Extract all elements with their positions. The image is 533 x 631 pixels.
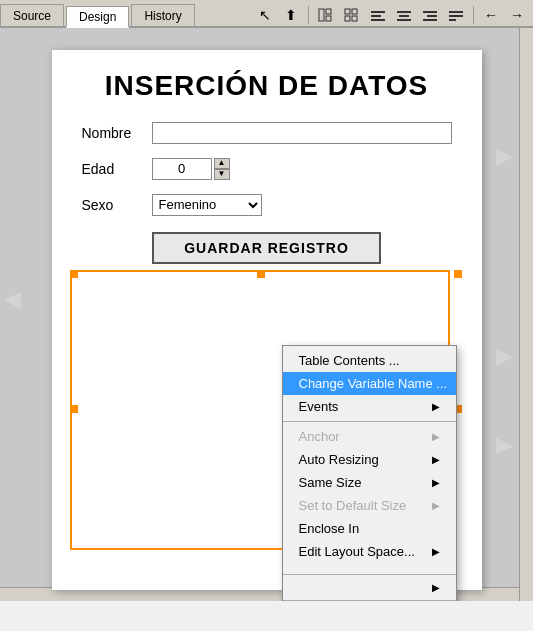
menu-item-default-size[interactable]: Enclose In [283, 517, 456, 540]
svg-rect-11 [399, 15, 409, 17]
sexo-row: Sexo Femenino Masculino [82, 194, 452, 216]
svg-rect-17 [449, 15, 463, 17]
align-arrow-icon: ▶ [432, 431, 440, 442]
toolbar-grid2-icon[interactable] [340, 4, 364, 26]
menu-sep-1 [283, 421, 456, 422]
tab-history[interactable]: History [131, 4, 194, 26]
menu-item-design-parent[interactable]: ▶ [283, 578, 456, 597]
form-title: INSERCIÓN DE DATOS [82, 70, 452, 102]
right-arrow-watermark-top: ▶ [496, 143, 513, 169]
toolbar-align-left-icon[interactable] [366, 4, 390, 26]
toolbar-sep-2 [473, 6, 474, 24]
menu-sep-2 [283, 574, 456, 575]
svg-rect-6 [352, 16, 357, 21]
save-button[interactable]: GUARDAR REGISTRO [152, 232, 381, 264]
spin-up[interactable]: ▲ [214, 158, 230, 169]
right-arrow-watermark-bottom: ▶ [496, 343, 513, 369]
design-parent-arrow-icon: ▶ [432, 582, 440, 593]
enclose-arrow-icon: ▶ [432, 546, 440, 557]
nombre-label: Nombre [82, 125, 152, 141]
handle-ml [70, 405, 78, 413]
menu-item-anchor[interactable]: Auto Resizing ▶ [283, 448, 456, 471]
edad-input[interactable] [152, 158, 212, 180]
toolbar-align-center-icon[interactable] [392, 4, 416, 26]
context-menu: Table Contents ... Change Variable Name … [282, 345, 457, 602]
document-canvas: INSERCIÓN DE DATOS Nombre Edad ▲ ▼ Sexo … [52, 50, 482, 590]
svg-rect-9 [371, 19, 385, 21]
sexo-select[interactable]: Femenino Masculino [152, 194, 262, 216]
svg-rect-7 [371, 11, 385, 13]
toolbar-sep-1 [308, 6, 309, 24]
nombre-row: Nombre [82, 122, 452, 144]
spin-down[interactable]: ▼ [214, 169, 230, 180]
menu-sep-3 [283, 600, 456, 601]
form-area: INSERCIÓN DE DATOS Nombre Edad ▲ ▼ Sexo … [52, 50, 482, 284]
tab-design[interactable]: Design [66, 6, 129, 28]
vertical-scrollbar[interactable] [519, 28, 533, 601]
anchor-arrow-icon: ▶ [432, 454, 440, 465]
events-arrow-icon: ▶ [432, 401, 440, 412]
edad-spinner[interactable]: ▲ ▼ [214, 158, 230, 180]
svg-rect-13 [423, 11, 437, 13]
toolbar-forward-icon[interactable]: → [505, 4, 529, 26]
menu-item-auto-resizing[interactable]: Same Size ▶ [283, 471, 456, 494]
toolbar-grid1-icon[interactable] [314, 4, 338, 26]
menu-item-edit-layout[interactable] [283, 563, 456, 571]
tab-source[interactable]: Source [0, 4, 64, 26]
svg-rect-1 [326, 9, 331, 14]
main-area: ◀ ▶ ▶ ▶ INSERCIÓN DE DATOS Nombre Edad [0, 28, 533, 601]
handle-tm [257, 270, 265, 278]
svg-rect-0 [319, 9, 324, 21]
toolbar-cursor-icon[interactable]: ⬆ [279, 4, 303, 26]
menu-item-change-variable[interactable]: Change Variable Name ... [283, 372, 456, 395]
samesize-arrow-icon: ▶ [432, 500, 440, 511]
right-arrow-watermark-low: ▶ [496, 432, 513, 458]
svg-rect-4 [352, 9, 357, 14]
svg-rect-5 [345, 16, 350, 21]
tab-bar: Source Design History ↖ ⬆ [0, 0, 533, 28]
handle-tl [70, 270, 78, 278]
svg-rect-10 [397, 11, 411, 13]
menu-item-table-contents[interactable]: Table Contents ... [283, 349, 456, 372]
svg-rect-15 [423, 19, 437, 21]
autoresize-arrow-icon: ▶ [432, 477, 440, 488]
svg-rect-12 [397, 19, 411, 21]
save-btn-row: GUARDAR REGISTRO [82, 232, 452, 264]
svg-rect-3 [345, 9, 350, 14]
nombre-input[interactable] [152, 122, 452, 144]
svg-rect-16 [449, 11, 463, 13]
toolbar-more-icon[interactable] [444, 4, 468, 26]
handle-tr [454, 270, 462, 278]
toolbar-select-icon[interactable]: ↖ [253, 4, 277, 26]
toolbar-back-icon[interactable]: ← [479, 4, 503, 26]
sexo-label: Sexo [82, 197, 152, 213]
svg-rect-14 [427, 15, 437, 17]
edad-row: Edad ▲ ▼ [82, 158, 452, 180]
left-arrow-watermark: ◀ [4, 286, 21, 312]
svg-rect-8 [371, 15, 381, 17]
edad-label: Edad [82, 161, 152, 177]
menu-item-same-size: Set to Default Size ▶ [283, 494, 456, 517]
svg-rect-18 [449, 19, 456, 21]
svg-rect-2 [326, 16, 331, 21]
menu-item-align: Anchor ▶ [283, 425, 456, 448]
menu-item-enclose-in[interactable]: Edit Layout Space... ▶ [283, 540, 456, 563]
menu-item-events[interactable]: Events ▶ [283, 395, 456, 418]
toolbar-align-right-icon[interactable] [418, 4, 442, 26]
